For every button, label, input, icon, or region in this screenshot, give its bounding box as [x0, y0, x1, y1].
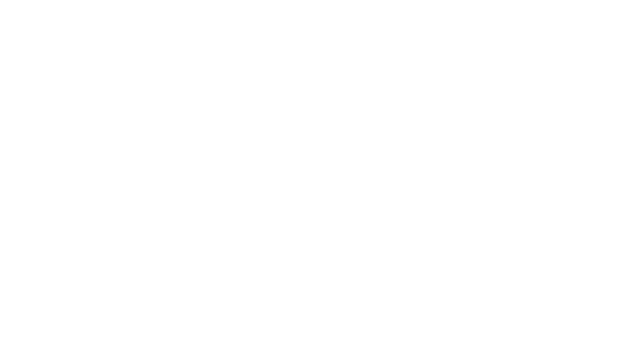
connections-svg — [0, 0, 644, 362]
diagram-container — [0, 0, 644, 362]
